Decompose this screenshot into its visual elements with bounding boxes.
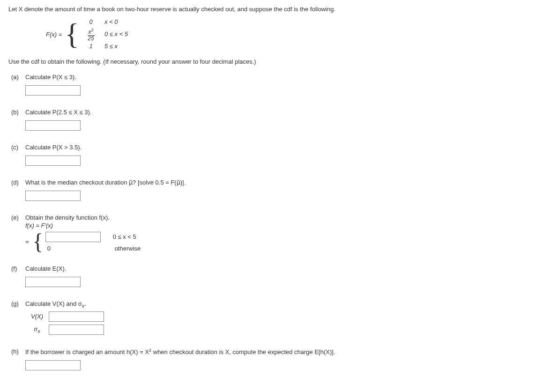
part-a-tag: (a) bbox=[11, 74, 25, 81]
part-f: (f) Calculate E(X). bbox=[11, 265, 541, 287]
instruction-text: Use the cdf to obtain the following. (If… bbox=[8, 58, 541, 65]
part-e-tag: (e) bbox=[11, 214, 25, 221]
density-val2: 0 bbox=[45, 245, 108, 252]
part-d-text: What is the median checkout duration μ̃?… bbox=[25, 179, 541, 186]
answer-a-input[interactable] bbox=[25, 85, 81, 96]
problem-intro: Let X denote the amount of time a book o… bbox=[8, 6, 541, 13]
density-eq: = bbox=[25, 238, 31, 245]
part-f-text: Calculate E(X). bbox=[25, 265, 541, 272]
part-h-tag: (h) bbox=[11, 348, 25, 355]
answer-g-vx-input[interactable] bbox=[49, 311, 104, 322]
density-cond1: 0 ≤ x < 5 bbox=[106, 233, 136, 240]
part-h-text: If the borrower is charged an amount h(X… bbox=[25, 348, 541, 355]
density-brace: { bbox=[33, 232, 44, 251]
part-e-text: Obtain the density function f(x). bbox=[25, 214, 541, 221]
part-e: (e) Obtain the density function f(x). f(… bbox=[11, 214, 541, 252]
part-g-tag: (g) bbox=[11, 300, 25, 309]
part-d-tag: (d) bbox=[11, 179, 25, 186]
part-c-text: Calculate P(X > 3.5). bbox=[25, 144, 541, 151]
cdf-case1-cond: x < 0 bbox=[100, 17, 118, 27]
cdf-case3-val: 1 bbox=[82, 42, 100, 52]
density-cond2: otherwise bbox=[108, 245, 141, 252]
answer-f-input[interactable] bbox=[25, 277, 81, 287]
left-brace: { bbox=[65, 21, 79, 47]
part-a-text: Calculate P(X ≤ 3). bbox=[25, 74, 541, 81]
part-b-tag: (b) bbox=[11, 109, 25, 116]
answer-b-input[interactable] bbox=[25, 120, 81, 131]
cdf-case3-cond: 5 ≤ x bbox=[100, 42, 118, 52]
part-a: (a) Calculate P(X ≤ 3). bbox=[11, 74, 541, 96]
answer-e-input[interactable] bbox=[45, 232, 101, 242]
part-g: (g) Calculate V(X) and σx. V(X) σx bbox=[11, 300, 541, 335]
part-h: (h) If the borrower is charged an amount… bbox=[11, 348, 541, 370]
part-c: (c) Calculate P(X > 3.5). bbox=[11, 144, 541, 166]
answer-d-input[interactable] bbox=[25, 191, 81, 201]
answer-g-sx-input[interactable] bbox=[49, 325, 104, 335]
part-c-tag: (c) bbox=[11, 144, 25, 151]
cdf-definition: F(x) = { 0 x < 0 x2 25 0 ≤ x < 5 1 5 ≤ x bbox=[46, 17, 541, 52]
answer-h-input[interactable] bbox=[25, 360, 81, 370]
part-e-subline: f(x) = F′(x) bbox=[25, 222, 541, 229]
cdf-case1-val: 0 bbox=[82, 17, 100, 27]
vx-label: V(X) bbox=[25, 313, 49, 320]
part-g-text: Calculate V(X) and σx. bbox=[25, 300, 541, 309]
answer-c-input[interactable] bbox=[25, 155, 81, 166]
sigmax-label: σx bbox=[25, 325, 49, 334]
part-d: (d) What is the median checkout duration… bbox=[11, 179, 541, 201]
part-b-text: Calculate P(2.5 ≤ X ≤ 3). bbox=[25, 109, 541, 116]
cdf-func-label: F(x) = bbox=[46, 31, 62, 38]
cdf-case2-cond: 0 ≤ x < 5 bbox=[100, 30, 128, 39]
cdf-case2-val: x2 25 bbox=[82, 27, 100, 42]
part-b: (b) Calculate P(2.5 ≤ X ≤ 3). bbox=[11, 109, 541, 131]
part-f-tag: (f) bbox=[11, 265, 25, 272]
